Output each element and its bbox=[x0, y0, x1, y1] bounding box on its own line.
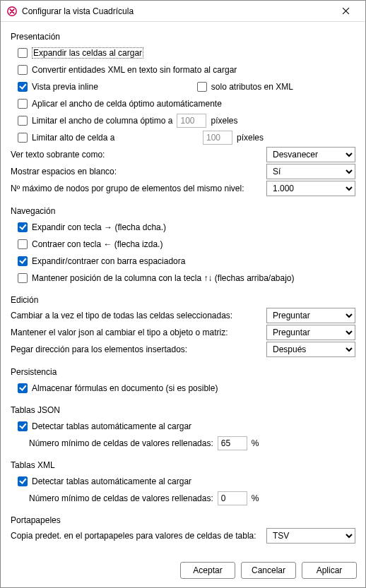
label-json-min-cells: Número mínimo de celdas de valores relle… bbox=[29, 438, 213, 448]
checkbox-store-formulas[interactable] bbox=[18, 383, 28, 393]
label-max-nodes: Nº máximo de nodos por grupo de elemento… bbox=[11, 184, 244, 193]
select-change-type[interactable]: Preguntar bbox=[266, 308, 355, 323]
select-default-copy[interactable]: TSV bbox=[266, 528, 355, 544]
label-json-percent: % bbox=[252, 438, 259, 448]
dialog-buttons: Aceptar Cancelar Aplicar bbox=[1, 556, 365, 587]
select-overflow[interactable]: Desvanecer bbox=[266, 147, 355, 162]
input-json-min-cells[interactable] bbox=[218, 436, 247, 450]
label-only-attributes: solo atributos en XML bbox=[211, 82, 293, 92]
titlebar: Configurar la vista Cuadrícula bbox=[1, 1, 365, 22]
cancel-button[interactable]: Cancelar bbox=[241, 562, 296, 579]
app-icon bbox=[6, 6, 18, 17]
group-json-tables: Tablas JSON bbox=[11, 405, 355, 415]
label-spacebar: Expandir/contraer con barra espaciadora bbox=[32, 256, 185, 266]
group-xml-tables: Tablas XML bbox=[11, 460, 355, 470]
label-limit-row-height: Limitar alto de celda a bbox=[32, 133, 199, 143]
checkbox-limit-row-height[interactable] bbox=[18, 133, 28, 143]
window-title: Configurar la vista Cuadrícula bbox=[22, 6, 331, 16]
select-keep-json[interactable]: Preguntar bbox=[266, 325, 355, 340]
label-expand-right: Expandir con tecla → (flecha dcha.) bbox=[32, 222, 166, 232]
label-paste-dir: Pegar dirección para los elementos inser… bbox=[11, 344, 187, 354]
checkbox-inline-preview[interactable] bbox=[18, 82, 28, 92]
select-max-nodes[interactable]: 1.000 bbox=[266, 181, 355, 196]
checkbox-collapse-left[interactable] bbox=[18, 239, 28, 249]
checkbox-keep-col-pos[interactable] bbox=[18, 273, 28, 283]
close-button[interactable] bbox=[331, 1, 360, 22]
label-px-1: píxeles bbox=[211, 116, 237, 126]
select-paste-dir[interactable]: Después bbox=[266, 342, 355, 357]
checkbox-limit-col-width[interactable] bbox=[18, 116, 28, 126]
label-xml-detect: Detectar tablas automáticamente al carga… bbox=[32, 476, 191, 486]
label-inline-preview: Vista previa inline bbox=[32, 82, 98, 92]
group-clipboard: Portapapeles bbox=[11, 515, 355, 525]
input-row-height[interactable] bbox=[203, 131, 232, 145]
group-persistence: Persistencia bbox=[11, 367, 355, 377]
label-json-detect: Detectar tablas automáticamente al carga… bbox=[32, 421, 191, 431]
group-edition: Edición bbox=[11, 295, 355, 305]
label-expand-cells: Expandir las celdas al cargar bbox=[32, 47, 143, 59]
label-default-copy: Copia predet. en el portapapeles para va… bbox=[11, 531, 256, 541]
label-xml-percent: % bbox=[252, 493, 259, 503]
group-navigation: Navegación bbox=[11, 206, 355, 216]
group-presentation: Presentación bbox=[11, 32, 355, 42]
label-overflow: Ver texto sobrante como: bbox=[11, 150, 105, 160]
select-whitespace[interactable]: Sí bbox=[266, 164, 355, 179]
checkbox-xml-detect[interactable] bbox=[18, 476, 28, 486]
label-whitespace: Mostrar espacios en blanco: bbox=[11, 167, 117, 176]
checkbox-json-detect[interactable] bbox=[18, 421, 28, 431]
label-collapse-left: Contraer con tecla ← (flecha izda.) bbox=[32, 239, 163, 249]
ok-button[interactable]: Aceptar bbox=[180, 562, 235, 579]
apply-button[interactable]: Aplicar bbox=[302, 562, 357, 579]
label-xml-min-cells: Número mínimo de celdas de valores relle… bbox=[29, 493, 213, 503]
label-keep-col-pos: Mantener posición de la columna con la t… bbox=[32, 273, 295, 283]
checkbox-expand-cells[interactable] bbox=[18, 48, 28, 58]
label-keep-json: Mantener el valor json al cambiar el tip… bbox=[11, 328, 228, 337]
checkbox-expand-right[interactable] bbox=[18, 222, 28, 232]
label-change-type: Cambiar a la vez el tipo de todas las ce… bbox=[11, 311, 232, 320]
dialog-content: Presentación Expandir las celdas al carg… bbox=[1, 22, 365, 556]
label-convert-entities: Convertir entidades XML en texto sin for… bbox=[32, 65, 237, 75]
checkbox-spacebar[interactable] bbox=[18, 256, 28, 266]
label-store-formulas: Almacenar fórmulas en documento (si es p… bbox=[32, 383, 218, 393]
input-col-width[interactable] bbox=[177, 114, 206, 128]
checkbox-optimal-width[interactable] bbox=[18, 99, 28, 109]
checkbox-only-attributes[interactable] bbox=[197, 82, 207, 92]
label-px-2: píxeles bbox=[237, 133, 264, 143]
label-limit-col-width: Limitar el ancho de columna óptimo a bbox=[32, 116, 172, 126]
checkbox-convert-entities[interactable] bbox=[18, 65, 28, 75]
close-icon bbox=[342, 7, 350, 15]
label-optimal-width: Aplicar el ancho de celda óptimo automát… bbox=[32, 99, 222, 109]
input-xml-min-cells[interactable] bbox=[218, 491, 247, 505]
